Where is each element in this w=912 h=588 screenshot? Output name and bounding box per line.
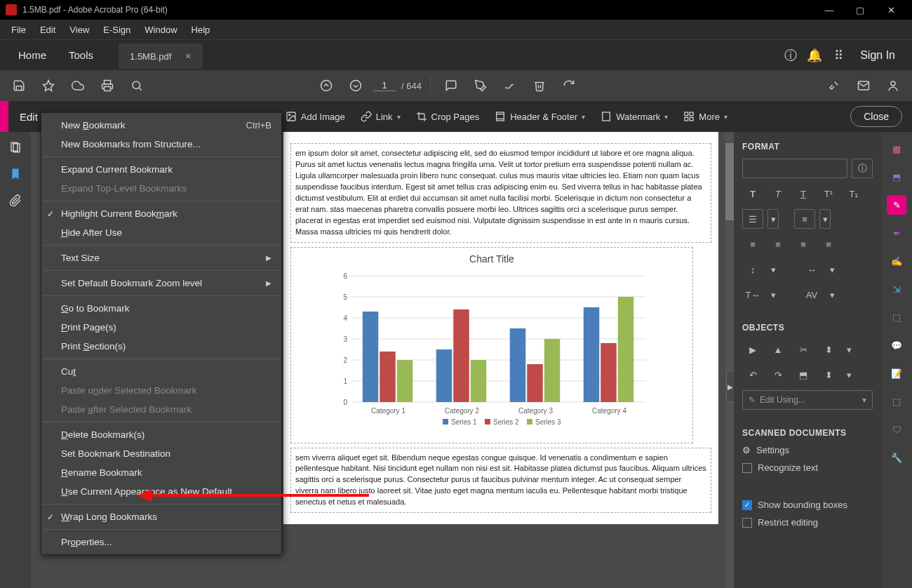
more-tools-icon[interactable]: 🔧: [887, 448, 906, 467]
menu-file[interactable]: File: [4, 22, 33, 38]
more-button[interactable]: More▾: [676, 101, 735, 132]
save-icon[interactable]: [7, 74, 31, 98]
menu-help[interactable]: Help: [185, 22, 217, 38]
menu-edit[interactable]: Edit: [33, 22, 62, 38]
char-spacing-button[interactable]: ↔: [801, 260, 822, 279]
sign-icon[interactable]: [498, 74, 522, 98]
cm-new-from-structure[interactable]: New Bookmarks from Structure...: [41, 135, 281, 154]
bold-button[interactable]: T: [742, 184, 763, 203]
cm-wrap[interactable]: ✓Wrap Long Bookmarks: [41, 507, 281, 526]
align-justify-button[interactable]: ≡: [818, 234, 839, 254]
char-spacing-drop[interactable]: ▾: [826, 260, 838, 279]
attachments-icon[interactable]: [7, 192, 24, 209]
cm-print-sections[interactable]: Print Section(s): [41, 337, 281, 356]
text-block-2[interactable]: sem viverra aliquet eget sit. Bibendum n…: [290, 448, 711, 514]
header-footer-button[interactable]: Header & Footer▾: [488, 101, 592, 132]
font-dropdown[interactable]: [742, 159, 847, 178]
cm-cut[interactable]: Cut: [41, 362, 281, 381]
cm-text-size[interactable]: Text Size▶: [41, 248, 281, 267]
font-info-button[interactable]: ⓘ: [852, 159, 873, 178]
organize-icon[interactable]: ⬚: [887, 307, 906, 327]
rotate-left-button[interactable]: ↶: [742, 365, 763, 385]
highlight-icon[interactable]: [469, 74, 492, 98]
align-left-button[interactable]: ≡: [742, 234, 763, 254]
create-pdf-icon[interactable]: ▦: [887, 139, 906, 159]
crop-button[interactable]: Crop Pages: [409, 101, 487, 132]
replace-image-button[interactable]: ⬒: [793, 365, 814, 385]
number-drop-button[interactable]: ▾: [819, 209, 831, 229]
menu-esign[interactable]: E-Sign: [96, 22, 138, 38]
star-icon[interactable]: [36, 74, 60, 98]
bullet-list-button[interactable]: ☰: [742, 209, 763, 229]
align-center-button[interactable]: ≡: [767, 234, 789, 254]
edit-using-dropdown[interactable]: ✎ Edit Using...▾: [742, 390, 873, 410]
flip-vertical-button[interactable]: ▲: [767, 340, 789, 359]
align-right-button[interactable]: ≡: [793, 234, 814, 254]
export-icon[interactable]: ⇲: [887, 279, 906, 299]
cm-set-destination[interactable]: Set Bookmark Destination: [41, 444, 281, 463]
arrange-drop[interactable]: ▾: [843, 340, 854, 359]
apps-icon[interactable]: ⠿: [826, 44, 850, 67]
cm-goto[interactable]: Go to Bookmark: [41, 299, 281, 318]
bullet-drop-button[interactable]: ▾: [767, 209, 779, 229]
horizontal-scale-button[interactable]: T↔: [742, 285, 763, 305]
maximize-button[interactable]: ▢: [845, 0, 876, 20]
comment-icon[interactable]: [439, 74, 463, 98]
minimize-button[interactable]: —: [814, 0, 845, 20]
rotate-right-button[interactable]: ↷: [767, 365, 789, 385]
search-icon[interactable]: [125, 74, 149, 98]
combine-icon[interactable]: ⬒: [887, 167, 906, 187]
subscript-button[interactable]: T₁: [843, 184, 864, 203]
protect-icon[interactable]: 🛡: [887, 420, 906, 439]
menu-view[interactable]: View: [62, 22, 96, 38]
watermark-button[interactable]: Watermark▾: [594, 101, 675, 132]
cm-new-bookmark[interactable]: New BookmarkCtrl+B: [41, 116, 281, 135]
horizontal-scale-drop[interactable]: ▾: [767, 285, 779, 305]
sign-tool-icon[interactable]: ✒: [887, 223, 906, 243]
tab-tools[interactable]: Tools: [58, 42, 105, 68]
cm-highlight-current[interactable]: ✓Highlight Current Bookmark: [41, 204, 281, 223]
close-tab-button[interactable]: ×: [185, 51, 191, 62]
italic-button[interactable]: T: [767, 184, 789, 203]
redact-icon[interactable]: [822, 74, 846, 98]
note-icon[interactable]: 📝: [887, 363, 906, 383]
cm-properties[interactable]: Properties...: [41, 533, 281, 552]
kerning-drop[interactable]: ▾: [826, 285, 838, 305]
close-window-button[interactable]: ✕: [876, 0, 906, 20]
arrange-drop2[interactable]: ▾: [843, 365, 854, 385]
cloud-icon[interactable]: [66, 74, 90, 98]
chart-block[interactable]: Chart Title 0123456Category 1Category 2C…: [290, 247, 693, 443]
menu-window[interactable]: Window: [138, 22, 184, 38]
page-input[interactable]: [373, 80, 396, 91]
settings-button[interactable]: ⚙Settings: [742, 445, 873, 455]
mail-icon[interactable]: [852, 74, 876, 98]
text-block-1[interactable]: em ipsum dolor sit amet, consectetur adi…: [290, 143, 711, 243]
restrict-editing-checkbox[interactable]: Restrict editing: [742, 517, 873, 528]
tab-home[interactable]: Home: [7, 42, 58, 68]
thumbnails-icon[interactable]: [7, 139, 24, 156]
number-list-button[interactable]: ≡: [794, 209, 815, 229]
scrollbar-thumb[interactable]: [725, 143, 734, 220]
link-button[interactable]: Link▾: [354, 101, 408, 132]
cm-hide-after[interactable]: Hide After Use: [41, 223, 281, 242]
superscript-button[interactable]: T¹: [818, 184, 839, 203]
cm-print-pages[interactable]: Print Page(s): [41, 318, 281, 337]
comment-tool-icon[interactable]: 💬: [887, 335, 906, 355]
cm-delete[interactable]: Delete Bookmark(s): [41, 425, 281, 444]
show-boxes-checkbox[interactable]: ✓Show bounding boxes: [742, 500, 873, 510]
crop-object-button[interactable]: ✂: [793, 340, 814, 359]
file-tab[interactable]: 1.5MB.pdf ×: [119, 41, 202, 69]
cm-use-appearance[interactable]: Use Current Appearance as New Default: [41, 482, 281, 501]
cm-expand-current[interactable]: Expand Current Bookmark: [41, 160, 281, 179]
align-objects-button[interactable]: ⬍: [818, 340, 839, 359]
bell-icon[interactable]: 🔔: [803, 44, 826, 67]
panel-collapse-handle[interactable]: ▶: [726, 370, 734, 403]
profile-icon[interactable]: [881, 74, 905, 98]
underline-button[interactable]: T: [793, 184, 814, 203]
help-icon[interactable]: ⓘ: [779, 44, 803, 67]
line-spacing-drop[interactable]: ▾: [767, 260, 779, 279]
bookmarks-icon[interactable]: [7, 166, 24, 182]
trash-icon[interactable]: [528, 74, 551, 98]
line-spacing-button[interactable]: ↕: [742, 260, 763, 279]
cm-rename[interactable]: Rename Bookmark: [41, 463, 281, 482]
